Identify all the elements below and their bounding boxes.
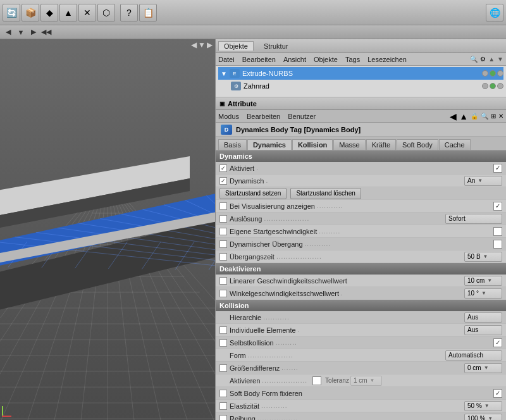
btn-startzustand-setzen[interactable]: Startzustand setzen [219, 188, 287, 199]
tree-expand-arrow[interactable]: ▼ [221, 70, 227, 77]
toolbar-icon-cube[interactable]: 📦 [22, 4, 39, 22]
viewport-3d[interactable]: ◀ ▼ ▶ (function(){ const canvas = docume… [0, 39, 215, 420]
nav-down-icon[interactable]: ▼ [198, 40, 206, 49]
menu-datei[interactable]: Datei [218, 56, 235, 63]
mode-dot[interactable] [497, 70, 503, 77]
aktiviert-checkbox[interactable] [219, 164, 227, 172]
elastizitaet-dropdown[interactable]: 50 % ▼ [464, 401, 502, 411]
attr-search-icon[interactable]: 🔍 [481, 113, 488, 120]
visibility-dot[interactable] [482, 70, 488, 77]
eigene-check-right[interactable] [493, 227, 502, 236]
viewport-nav: ◀ ▼ ▶ [191, 40, 213, 49]
menu-objekte[interactable]: Objekte [314, 56, 338, 63]
toleranz-dropdown[interactable]: 1 cm ▼ [350, 376, 382, 386]
lin-geschw-dropdown[interactable]: 10 cm ▼ [464, 276, 502, 286]
selbst-check-right[interactable] [493, 338, 502, 347]
reibung-dropdown[interactable]: 100 % ▼ [464, 414, 502, 421]
prop-dynamisch: Dynamisch . An ▼ [216, 175, 506, 187]
search-icon[interactable]: 🔍 [470, 56, 478, 63]
uebergangszeit-checkbox[interactable] [219, 253, 227, 261]
ausloesung-checkbox[interactable] [219, 215, 227, 223]
attr-back-icon[interactable]: ◀ [450, 111, 457, 121]
elastizitaet-checkbox[interactable] [219, 402, 227, 410]
visualisierung-checkbox[interactable] [219, 202, 227, 210]
lin-geschw-checkbox[interactable] [219, 277, 227, 285]
toolbar2-icon-rewind[interactable]: ◀◀ [40, 27, 52, 38]
winkel-geschw-checkbox[interactable] [219, 290, 227, 297]
aktiviert-check-right[interactable] [493, 164, 502, 173]
hierarchie-val[interactable]: Aus [464, 312, 502, 323]
tree-item-icons [482, 70, 503, 77]
winkel-geschw-dropdown[interactable]: 10 ° ▼ [464, 288, 502, 299]
dynamisch-dropdown[interactable]: An ▼ [464, 176, 502, 186]
attr-lock-icon[interactable]: 🔒 [471, 113, 478, 120]
toolbar-icon-globe[interactable]: 🌐 [486, 4, 503, 22]
groessen-checkbox[interactable] [219, 364, 227, 372]
prop-aktiviert: Aktiviert . [216, 162, 506, 175]
tab-kollision[interactable]: Kollision [292, 139, 333, 150]
dynamisch-checkbox[interactable] [219, 177, 227, 185]
attr-benutzer[interactable]: Benutzer [288, 113, 316, 120]
toolbar-icon-shape1[interactable]: ◆ [40, 4, 58, 22]
dyn-uebergang-checkbox[interactable] [219, 240, 227, 248]
toolbar-icon-shape2[interactable]: ▲ [59, 4, 77, 22]
attr-modus[interactable]: Modus [218, 113, 239, 120]
groessen-dropdown[interactable]: 0 cm ▼ [464, 363, 502, 373]
tab-kraefte[interactable]: Kräfte [366, 139, 396, 150]
toolbar2-icon-prev[interactable]: ◀ [3, 27, 14, 38]
individuelle-value: Aus [464, 325, 502, 335]
softbody-fix-check-right[interactable] [493, 389, 502, 398]
menu-tags[interactable]: Tags [345, 56, 360, 63]
toolbar-icon-rotate[interactable]: 🔄 [3, 4, 20, 22]
toolbar2-icon-next[interactable]: ▶ [28, 27, 39, 38]
menu-ansicht[interactable]: Ansicht [283, 56, 306, 63]
toleranz-arrow: ▼ [370, 378, 375, 383]
softbody-fix-checkbox[interactable] [219, 390, 227, 397]
tab-dynamics[interactable]: Dynamics [247, 139, 292, 150]
tab-cache[interactable]: Cache [439, 139, 471, 150]
attr-menu-bar: Modus Bearbeiten Benutzer ◀ ▲ 🔒 🔍 ⊞ ✕ [216, 110, 506, 123]
tree-item-zahnrad[interactable]: ⚙ Zahnrad [218, 80, 503, 92]
uebergangszeit-dropdown[interactable]: 50 B ▼ [464, 252, 502, 262]
attr-up-icon[interactable]: ▲ [459, 111, 468, 121]
nav-left-icon[interactable]: ◀ [191, 40, 197, 49]
dyn-uebergang-check-right[interactable] [493, 240, 502, 249]
nav-right-icon[interactable]: ▶ [207, 40, 213, 49]
menu-bearbeiten[interactable]: Bearbeiten [242, 56, 276, 63]
scroll-down-icon[interactable]: ▼ [497, 56, 503, 63]
aktivieren-check[interactable] [312, 376, 321, 385]
attr-expand-icon[interactable]: ⊞ [491, 113, 496, 120]
tab-masse[interactable]: Masse [333, 139, 365, 150]
object-manager-tabs: Objekte Struktur [216, 39, 506, 53]
tab-softbody[interactable]: Soft Body [397, 139, 438, 150]
toolbar2-icon-down[interactable]: ▼ [15, 27, 27, 38]
visualisierung-check-right[interactable] [493, 202, 502, 211]
form-val[interactable]: Automatisch [445, 350, 502, 361]
visibility-dot-2[interactable] [482, 83, 488, 89]
filter-icon[interactable]: ⚙ [480, 56, 486, 63]
individuelle-val[interactable]: Aus [464, 325, 502, 335]
extrude-icon: E [230, 69, 240, 78]
selbst-checkbox[interactable] [219, 339, 227, 347]
render-dot-2[interactable] [490, 83, 496, 89]
toolbar-icon-calc[interactable]: 📋 [139, 4, 157, 22]
scroll-up-icon[interactable]: ▲ [488, 56, 495, 63]
toolbar-icon-help[interactable]: ? [120, 4, 138, 22]
mode-dot-2[interactable] [497, 83, 503, 89]
eigene-checkbox[interactable] [219, 228, 227, 235]
individuelle-checkbox[interactable] [219, 326, 227, 334]
deaktivieren-title: Deaktivieren [219, 265, 261, 273]
reibung-checkbox[interactable] [219, 415, 227, 421]
menu-lesezeichen[interactable]: Lesezeichen [367, 56, 407, 63]
attr-close-icon[interactable]: ✕ [498, 113, 503, 120]
tree-item-extrude[interactable]: ▼ E Extrude-NURBS [218, 67, 503, 80]
render-dot[interactable] [490, 70, 496, 77]
ausloesung-val[interactable]: Sofort [445, 214, 502, 224]
attr-bearbeiten[interactable]: Bearbeiten [247, 113, 280, 120]
toolbar-icon-hex[interactable]: ⬡ [97, 4, 115, 22]
toolbar-icon-x[interactable]: ✕ [78, 4, 96, 22]
btn-startzustand-loeschen[interactable]: Startzustand löschen [290, 188, 361, 199]
tab-basis[interactable]: Basis [218, 139, 247, 150]
tab-objekte[interactable]: Objekte [218, 41, 254, 51]
tab-struktur[interactable]: Struktur [259, 42, 293, 51]
